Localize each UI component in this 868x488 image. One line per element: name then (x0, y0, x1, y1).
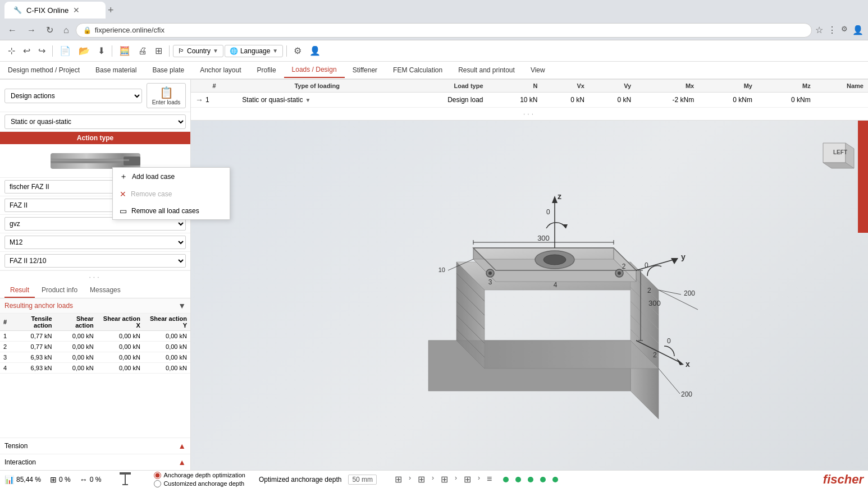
quasi-static-row: Static or quasi-static (0, 112, 190, 132)
svg-marker-9 (456, 340, 659, 369)
enter-loads-label: Enter loads (152, 99, 181, 105)
nav-result-printout[interactable]: Result and printout (450, 63, 523, 77)
percent-icon-3: ↔ (80, 475, 88, 484)
interaction-header[interactable]: Interaction ▲ (0, 454, 190, 470)
svg-text:2: 2 (622, 263, 626, 270)
tension-toggle-icon: ▲ (178, 441, 186, 450)
svg-marker-49 (552, 196, 558, 203)
separator-2 (112, 45, 112, 57)
section-toggle-arrow[interactable]: ▼ (178, 301, 186, 310)
resulting-loads-header: Resulting anchor loads ▼ (0, 298, 190, 314)
nav-base-plate[interactable]: Base plate (144, 63, 192, 77)
customized-depth-label: Customized anchorage depth (163, 480, 244, 487)
browser-tab[interactable]: 🔧 C-FIX Online ✕ (4, 2, 106, 19)
load-row-1-Vx: 0 kN (542, 93, 589, 108)
quasi-static-select[interactable]: Static or quasi-static (4, 114, 186, 129)
calc-button[interactable]: 🧮 (116, 43, 134, 58)
optimized-depth-radio[interactable] (154, 472, 161, 479)
customized-depth-radio[interactable] (154, 480, 161, 487)
loads-row-1[interactable]: → 1 Static or quasi-static ▼ Design load… (191, 93, 868, 108)
load-row-1-name (815, 93, 868, 108)
remove-all-item[interactable]: ▭ Remove all load cases (113, 202, 230, 219)
customized-depth-option[interactable]: Customized anchorage depth (154, 480, 245, 487)
tab-close-btn[interactable]: ✕ (73, 6, 80, 15)
separator-4 (286, 45, 287, 57)
tension-header[interactable]: Tension ▲ (0, 438, 190, 454)
settings-app-button[interactable]: ⚙ (290, 43, 305, 58)
nav-anchor-layout[interactable]: Anchor layout (192, 63, 249, 77)
row-4-tensile: 6,93 kN (10, 363, 55, 374)
loads-col-N: N (488, 80, 542, 93)
tab-product-info[interactable]: Product info (36, 283, 83, 298)
product-select-5[interactable]: FAZ II 12/10 (4, 254, 186, 268)
nav-stiffener[interactable]: Stiffener (345, 63, 385, 77)
redo-button[interactable]: ↪ (35, 43, 49, 58)
row-2-tensile: 0,77 kN (10, 342, 55, 352)
svg-text:z: z (558, 192, 561, 201)
row-1-tensile: 0,77 kN (10, 331, 55, 342)
svg-text:300: 300 (648, 299, 661, 307)
row-3-shear-x: 0,00 kN (97, 352, 144, 363)
refresh-button[interactable]: ↻ (43, 22, 57, 38)
settings-icon[interactable]: ⚙ (841, 25, 848, 35)
nav-loads-design[interactable]: Loads / Design (284, 62, 345, 78)
model-svg: 300 300 200 200 10 10 (361, 150, 698, 441)
language-button[interactable]: 🌐 Language ▼ (225, 45, 283, 57)
optimized-depth-label: Anchorage depth optimization (163, 472, 245, 478)
row-4-shear: 0,00 kN (56, 363, 97, 374)
add-load-case-item[interactable]: ＋ Add load case (113, 168, 230, 186)
loads-col-Vx: Vx (542, 80, 589, 93)
file-open-button[interactable]: 📂 (75, 43, 93, 58)
enter-loads-icon: 📋 (159, 86, 173, 99)
help-button[interactable]: 👤 (306, 43, 324, 58)
print-button[interactable]: 🖨 (135, 44, 150, 58)
nav-view[interactable]: View (523, 63, 553, 77)
check-icon-1: ⊞ (395, 474, 402, 485)
nav-menu: Design method / Project Base material Ba… (0, 62, 868, 80)
product-select-4[interactable]: M12 (4, 236, 186, 249)
table-row: 1 0,77 kN 0,00 kN 0,00 kN 0,00 kN (0, 331, 190, 342)
address-bar[interactable]: 🔒 fixperience.online/cfix (76, 23, 812, 38)
back-button[interactable]: ← (4, 23, 20, 38)
load-row-1-type[interactable]: Static or quasi-static ▼ (237, 93, 396, 108)
load-row-1-N: 10 kN (488, 93, 542, 108)
col-shear: Shear action (56, 314, 97, 331)
depth-value-display: Optimized anchorage depth 50 mm (259, 475, 377, 485)
nav-design-method[interactable]: Design method / Project (0, 63, 88, 77)
flag-icon: 🏳 (178, 47, 185, 55)
enter-loads-button[interactable]: 📋 Enter loads (147, 83, 186, 108)
svg-marker-58 (677, 358, 684, 365)
arrow-icon-4: › (478, 474, 480, 485)
menu-icon[interactable]: ⋮ (828, 25, 837, 35)
tab-messages[interactable]: Messages (84, 283, 126, 298)
nav-profile[interactable]: Profile (249, 63, 284, 77)
country-button[interactable]: 🏳 Country ▼ (173, 45, 223, 57)
design-actions-select[interactable]: Design actions (4, 89, 142, 103)
tab-result[interactable]: Result (4, 283, 35, 298)
user-icon[interactable]: 👤 (852, 25, 864, 35)
file-download-button[interactable]: ⬇ (94, 43, 108, 58)
new-tab-button[interactable]: + (108, 4, 114, 16)
undo-button[interactable]: ↩ (20, 43, 34, 58)
forward-button[interactable]: → (24, 23, 39, 38)
optimized-depth-text: Optimized anchorage depth (259, 476, 341, 484)
interaction-label: Interaction (4, 458, 36, 466)
view-button[interactable]: ⊞ (152, 43, 166, 58)
row-3-tensile: 6,93 kN (10, 352, 55, 363)
cube-navigation[interactable]: LEFT (812, 132, 857, 177)
optimized-depth-option[interactable]: Anchorage depth optimization (154, 472, 245, 479)
home-button[interactable]: ⌂ (60, 23, 72, 38)
bookmark-icon[interactable]: ☆ (815, 25, 823, 35)
row-4-shear-x: 0,00 kN (97, 363, 144, 374)
viewport-3d[interactable]: 300 300 200 200 10 10 (191, 121, 868, 470)
browser-toolbar-icons: ☆ ⋮ ⚙ 👤 (815, 25, 864, 35)
row-1-num: 1 (0, 331, 10, 342)
stat-3-value: 0 % (90, 476, 102, 484)
remove-all-label: Remove all load cases (131, 207, 199, 215)
nav-base-material[interactable]: Base material (88, 63, 144, 77)
nav-fem-calculation[interactable]: FEM Calculation (385, 63, 450, 77)
file-new-button[interactable]: 📄 (56, 43, 74, 58)
check-icon-2: ⊞ (418, 474, 425, 485)
cursor-tool[interactable]: ⊹ (4, 43, 19, 58)
remove-case-item[interactable]: ✕ Remove case (113, 186, 230, 202)
